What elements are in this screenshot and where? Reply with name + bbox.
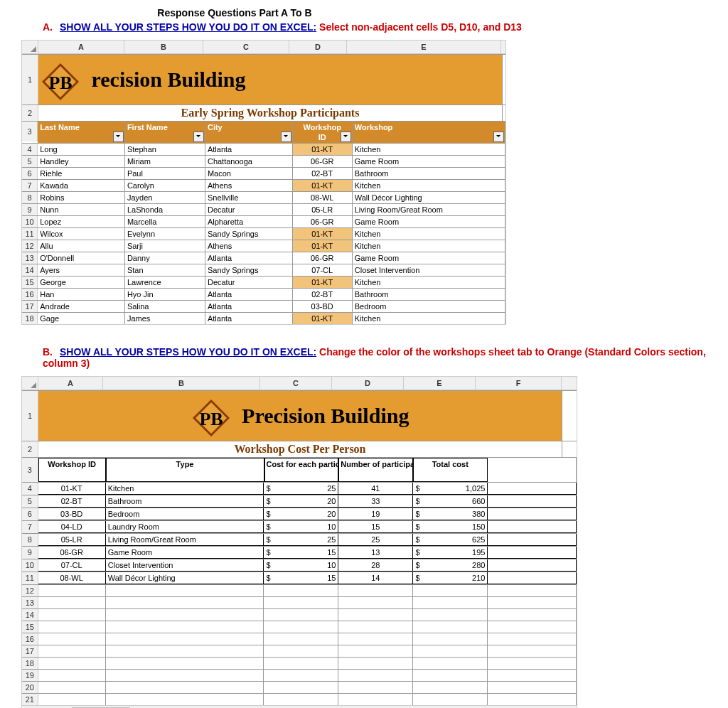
col-header-D[interactable]: D bbox=[332, 377, 404, 390]
cell-first-name[interactable]: Stephan bbox=[125, 144, 205, 155]
col-header-A[interactable]: A bbox=[38, 41, 124, 53]
cell-num[interactable]: 15 bbox=[338, 521, 413, 533]
cell-total[interactable]: $380 bbox=[413, 508, 488, 520]
cell-workshop[interactable]: Kitchen bbox=[353, 240, 505, 252]
cell-total[interactable]: $195 bbox=[413, 547, 488, 559]
cell-num[interactable]: 28 bbox=[338, 559, 413, 572]
row-number[interactable]: 5 bbox=[22, 495, 38, 508]
cell-city[interactable]: Macon bbox=[205, 168, 293, 179]
empty-cell[interactable] bbox=[488, 559, 577, 572]
cell-last-name[interactable]: George bbox=[38, 277, 125, 288]
header-city[interactable]: City bbox=[205, 122, 293, 143]
empty-cell[interactable] bbox=[488, 597, 577, 608]
filter-button-icon[interactable] bbox=[193, 132, 204, 142]
cell-city[interactable]: Atlanta bbox=[205, 289, 293, 300]
cell-workshop-id[interactable]: 01-KT bbox=[293, 277, 353, 288]
cell-first-name[interactable]: Hyo Jin bbox=[125, 289, 205, 300]
empty-cell[interactable] bbox=[488, 658, 577, 669]
cell-workshop[interactable]: Closet Intervention bbox=[353, 264, 505, 276]
empty-cell[interactable] bbox=[413, 633, 488, 645]
cell-workshop-id[interactable]: 02-BT bbox=[293, 289, 353, 300]
row-number[interactable]: 16 bbox=[22, 633, 38, 645]
cell-last-name[interactable]: Nunn bbox=[38, 204, 125, 215]
empty-cell[interactable] bbox=[488, 483, 577, 495]
row-number[interactable]: 1 bbox=[22, 391, 38, 441]
empty-cell[interactable] bbox=[106, 658, 264, 669]
row-number[interactable]: 5 bbox=[22, 156, 38, 167]
cell-workshop-id[interactable]: 07-CL bbox=[293, 264, 353, 276]
row-number[interactable]: 10 bbox=[22, 216, 38, 227]
cell-last-name[interactable]: Robins bbox=[38, 192, 125, 203]
cell-workshop[interactable]: Kitchen bbox=[353, 228, 505, 240]
cell-cost-per[interactable]: $15 bbox=[264, 547, 338, 559]
row-number[interactable]: 3 bbox=[22, 458, 38, 482]
cell-num[interactable]: 33 bbox=[338, 495, 413, 508]
row-number[interactable]: 2 bbox=[22, 441, 38, 457]
cell-total[interactable]: $660 bbox=[413, 495, 488, 508]
cell-workshop[interactable]: Game Room bbox=[353, 216, 505, 227]
header-cost-per[interactable]: Cost for each participant bbox=[264, 458, 339, 482]
col-header-D[interactable]: D bbox=[289, 41, 347, 53]
empty-cell[interactable] bbox=[106, 645, 264, 657]
cell-first-name[interactable]: Paul bbox=[125, 168, 205, 179]
cell-last-name[interactable]: Kawada bbox=[38, 180, 125, 191]
filter-button-icon[interactable] bbox=[281, 132, 291, 142]
empty-cell[interactable] bbox=[106, 609, 264, 621]
cell-workshop[interactable]: Game Room bbox=[353, 156, 505, 167]
cell-workshop-id[interactable]: 06-GR bbox=[38, 547, 106, 559]
cell-workshop[interactable]: Kitchen bbox=[353, 180, 505, 191]
empty-cell[interactable] bbox=[413, 585, 488, 596]
cell-first-name[interactable]: Miriam bbox=[125, 156, 205, 167]
cell-first-name[interactable]: Lawrence bbox=[125, 277, 205, 288]
row-number[interactable]: 1 bbox=[22, 55, 38, 104]
header-workshop-id[interactable]: Workshop ID bbox=[38, 458, 106, 482]
empty-cell[interactable] bbox=[264, 694, 338, 705]
cell-num[interactable]: 19 bbox=[338, 508, 413, 520]
row-number[interactable]: 8 bbox=[22, 192, 38, 203]
cell-workshop-id[interactable]: 01-KT bbox=[293, 144, 353, 155]
empty-cell[interactable] bbox=[488, 670, 577, 681]
header-workshop-id[interactable]: WorkshopID bbox=[293, 122, 353, 143]
row-number[interactable]: 7 bbox=[22, 180, 38, 191]
cell-city[interactable]: Chattanooga bbox=[205, 156, 293, 167]
col-header-C[interactable]: C bbox=[203, 41, 289, 53]
cell-num[interactable]: 41 bbox=[338, 483, 413, 495]
cell-cost-per[interactable]: $10 bbox=[264, 559, 338, 572]
empty-cell[interactable] bbox=[38, 658, 106, 669]
empty-cell[interactable] bbox=[488, 645, 577, 657]
cell-workshop[interactable]: Kitchen bbox=[353, 144, 505, 155]
row-number[interactable]: 4 bbox=[22, 483, 38, 495]
select-all-corner[interactable] bbox=[22, 41, 38, 53]
cell-total[interactable]: $1,025 bbox=[413, 483, 488, 495]
row-number[interactable]: 6 bbox=[22, 168, 38, 179]
empty-cell[interactable] bbox=[106, 682, 264, 693]
empty-cell[interactable] bbox=[38, 694, 106, 705]
row-number[interactable]: 8 bbox=[22, 534, 38, 546]
empty-cell[interactable] bbox=[488, 495, 577, 508]
filter-button-icon[interactable] bbox=[113, 132, 124, 142]
row-number[interactable]: 18 bbox=[22, 313, 38, 324]
cell-first-name[interactable]: Evelynn bbox=[125, 228, 205, 240]
cell-workshop[interactable]: Living Room/Great Room bbox=[353, 204, 505, 215]
row-number[interactable]: 13 bbox=[22, 597, 38, 608]
cell-total[interactable]: $210 bbox=[413, 572, 488, 584]
empty-cell[interactable] bbox=[413, 621, 488, 633]
cell-workshop[interactable]: Kitchen bbox=[353, 313, 505, 324]
cell-type[interactable]: Game Room bbox=[106, 547, 264, 559]
cell-type[interactable]: Bedroom bbox=[106, 508, 264, 520]
row-number[interactable]: 6 bbox=[22, 508, 38, 520]
cell-cost-per[interactable]: $20 bbox=[264, 508, 338, 520]
cell-type[interactable]: Kitchen bbox=[106, 483, 264, 495]
cell-workshop[interactable]: Bedroom bbox=[353, 301, 505, 312]
empty-cell[interactable] bbox=[106, 585, 264, 596]
cell-workshop[interactable]: Wall Décor Lighting bbox=[353, 192, 505, 203]
col-header-B[interactable]: B bbox=[103, 377, 260, 390]
row-number[interactable]: 3 bbox=[22, 122, 38, 141]
cell-city[interactable]: Decatur bbox=[205, 204, 293, 215]
empty-cell[interactable] bbox=[413, 645, 488, 657]
empty-cell[interactable] bbox=[413, 658, 488, 669]
cell-total[interactable]: $625 bbox=[413, 534, 488, 546]
cell-last-name[interactable]: Wilcox bbox=[38, 228, 125, 240]
empty-cell[interactable] bbox=[338, 670, 413, 681]
cell-cost-per[interactable]: $15 bbox=[264, 572, 338, 584]
